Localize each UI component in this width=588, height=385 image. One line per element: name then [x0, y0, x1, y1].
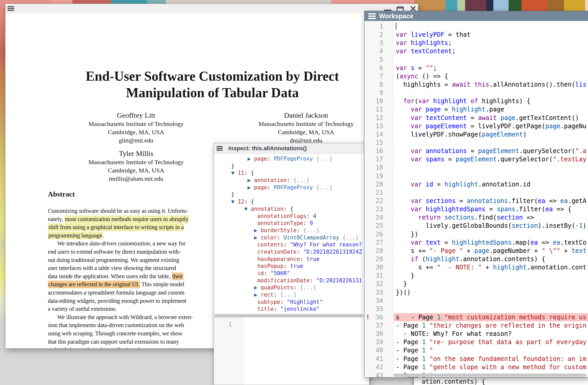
- author-block: Daniel Jackson Massachusetts Institute o…: [241, 111, 371, 145]
- inspector-tree-line[interactable]: subtype: "Highlight": [218, 299, 369, 306]
- inspector-tree-line[interactable]: hasPopup: true: [218, 263, 369, 270]
- code-line[interactable]: var text = highlightedSpans.map(ea => ea…: [396, 238, 588, 247]
- code-line[interactable]: - Page 1 "gentle slope with a new method…: [396, 363, 588, 371]
- code-line[interactable]: - Page 1 "on the same fundamental founda…: [396, 355, 588, 363]
- inspector-tree-line[interactable]: }: [218, 163, 369, 170]
- code-line[interactable]: var textContent;: [396, 47, 588, 55]
- inspector-tree-line[interactable]: ▼ 11: {: [218, 170, 369, 177]
- inspector-tree-line[interactable]: ▶ borderStyle: {...}: [218, 227, 369, 234]
- code-line[interactable]: [396, 139, 588, 147]
- inspector-tree-line[interactable]: title: "jenslincke": [218, 306, 369, 313]
- code-line[interactable]: s += "- Page " + page.pageNumber + " \""…: [396, 247, 588, 255]
- gutter-line-number: 22: [364, 197, 393, 205]
- code-line[interactable]: [396, 163, 588, 172]
- inspector-tree-line[interactable]: id: "506R": [218, 270, 369, 277]
- code-line[interactable]: s - Page 1 "most customization methods r…: [394, 313, 588, 321]
- inspector-tree-line[interactable]: modificationDate: "D:20210226131: [218, 277, 369, 284]
- author-name: Daniel Jackson: [241, 111, 371, 120]
- inspector-tree-line[interactable]: ▼ 12: {: [218, 198, 369, 206]
- code-line[interactable]: var id = highlight.annotation.id: [396, 180, 588, 188]
- code-line[interactable]: [396, 56, 588, 64]
- code-line[interactable]: var s = "";: [396, 64, 588, 72]
- gutter-line-number: 20: [364, 180, 393, 188]
- inspector-tree-line[interactable]: hasAppearance: true: [218, 256, 369, 263]
- gutter-line-number: 40: [364, 346, 393, 354]
- gutter-line-number: 7: [364, 72, 393, 80]
- code-line[interactable]: }: [396, 280, 588, 288]
- workspace-titlebar[interactable]: Workspace: [364, 11, 588, 21]
- code-line[interactable]: for(var highlight of highlights) {: [396, 97, 588, 105]
- code-line[interactable]: highlights = await this.allAnnotations()…: [396, 80, 588, 89]
- code-line[interactable]: livelyPDF.showPage(pageElement): [396, 130, 588, 139]
- gutter-line-number: 8: [364, 80, 393, 89]
- code-line[interactable]: })(): [396, 288, 588, 297]
- code-line[interactable]: }: [396, 271, 588, 280]
- inspector-tree-line[interactable]: ▶ quadPoints: [...]: [218, 284, 369, 291]
- inspector-titlebar[interactable]: Inspect: this.allAnnotations(): [214, 143, 369, 154]
- menu-icon[interactable]: [368, 13, 376, 20]
- pdf-titlebar[interactable]: [5, 4, 418, 13]
- code-line[interactable]: [396, 172, 588, 180]
- code-line[interactable]: - Page 1 ": [396, 346, 588, 354]
- inspector-tree-line[interactable]: }: [218, 191, 369, 198]
- code-line[interactable]: - NOTE: Why? For what reason?: [396, 330, 588, 338]
- inspector-tree-line[interactable]: ▶ page: PDFPageProxy {...}: [218, 155, 369, 163]
- code-line[interactable]: var page = highlight.page: [396, 105, 588, 114]
- gutter-line-number: 34: [364, 297, 393, 305]
- inspector-horizontal-scrollbar[interactable]: [214, 314, 369, 317]
- code-line[interactable]: var sections = annotations.filter(ea => …: [396, 197, 588, 205]
- code-line[interactable]: - Page 1 "their changes are reflected in…: [396, 321, 588, 330]
- code-line[interactable]: var livelyPDF = that: [396, 31, 588, 39]
- workspace-horizontal-scrollbar[interactable]: [393, 373, 588, 377]
- author-name: Geoffrey Litt: [71, 111, 201, 120]
- gutter-line-number: 41: [364, 355, 393, 363]
- code-line[interactable]: - Page 1 "re- purpose that data as part …: [396, 338, 588, 346]
- inspector-tree-line[interactable]: annotationFlags: 4: [218, 213, 369, 220]
- inspector-tree-line[interactable]: ▶ color: Uint8ClampedArray {...}: [218, 234, 369, 241]
- inspector-tree-line[interactable]: creationDate: "D:20210226131924Z: [218, 248, 369, 256]
- code-line[interactable]: lively.getGlobalBounds(section).insetBy(…: [396, 222, 588, 230]
- code-line[interactable]: if (highlight.annotation.contents) {: [396, 255, 588, 263]
- inspector-tree-line[interactable]: contents: "Why? For what reason?: [218, 241, 369, 248]
- inspector-tree-line[interactable]: ▼ annotation: {: [218, 206, 369, 213]
- workspace-gutter: 1234567891011121314151617181920212223242…: [364, 21, 393, 377]
- code-line[interactable]: [396, 297, 588, 305]
- code-line[interactable]: var spans = pageElement.querySelector(".…: [396, 155, 588, 163]
- inspector-object-tree[interactable]: ▶ page: PDFPageProxy {...} } ▼ 11: { ▶ a…: [214, 154, 369, 316]
- inspector-tree-line[interactable]: ▶ annotation: {...}: [218, 177, 369, 184]
- workspace-title: Workspace: [379, 11, 413, 21]
- inspector-tree-line[interactable]: ▶ rect: [...]: [218, 291, 369, 299]
- code-line[interactable]: [396, 89, 588, 97]
- code-line[interactable]: [396, 305, 588, 313]
- gutter-line-number: 9: [364, 89, 393, 97]
- paper-title-line1: End-User Software Customization by Direc…: [44, 68, 381, 85]
- menu-icon[interactable]: [8, 6, 14, 12]
- inspector-code-pane[interactable]: 1: [214, 317, 369, 385]
- code-line[interactable]: [396, 22, 588, 31]
- workspace-editor[interactable]: 1234567891011121314151617181920212223242…: [364, 21, 588, 377]
- code-line[interactable]: var highlights;: [396, 39, 588, 47]
- code-line[interactable]: (async () => {: [396, 72, 588, 80]
- gutter-line-number: 35: [364, 305, 393, 313]
- abstract-text: Customizing software should be as easy a…: [48, 207, 226, 348]
- abstract-line: programming language.: [48, 231, 226, 240]
- code-line[interactable]: [396, 188, 588, 197]
- code-line[interactable]: return sections.find(section =>: [396, 213, 588, 222]
- gutter-line-number: 3: [364, 39, 393, 47]
- abstract-line: changes are reflected in the original UI…: [48, 280, 226, 289]
- menu-icon[interactable]: [217, 146, 223, 152]
- scrollbar-thumb[interactable]: [214, 314, 363, 317]
- inspector-tree-line[interactable]: annotationType: 9: [218, 220, 369, 227]
- gutter-line-number: 28: [364, 247, 393, 255]
- gutter-line-number: !36: [364, 313, 393, 321]
- code-line[interactable]: s += " - NOTE: " + highlight.annotation.…: [396, 263, 588, 271]
- code-line[interactable]: }): [396, 230, 588, 238]
- code-line[interactable]: var textContent = await page.getTextCont…: [396, 114, 588, 122]
- code-line[interactable]: var annotations = pageElement.querySelec…: [396, 147, 588, 155]
- code-line[interactable]: var pageElement = livelyPDF.getPage(page…: [396, 122, 588, 130]
- inspector-tree-line[interactable]: ▶ page: PDFPageProxy {...}: [218, 184, 369, 191]
- workspace-code[interactable]: var livelyPDF = thatvar highlights;var t…: [394, 21, 588, 377]
- code-line[interactable]: var highlightedSpans = spans.filter(ea =…: [396, 205, 588, 213]
- scrollbar-thumb[interactable]: [394, 374, 586, 377]
- abstract-line: nately, most customization methods requi…: [48, 215, 226, 223]
